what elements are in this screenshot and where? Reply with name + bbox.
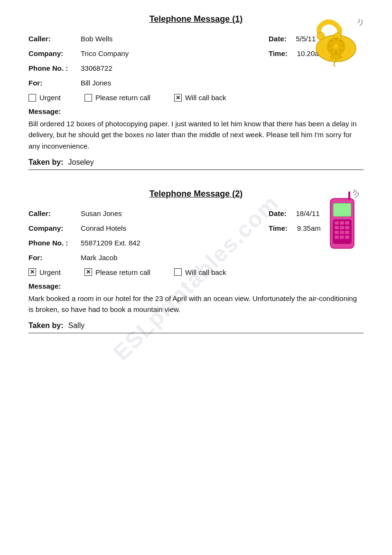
phone-illustration-1 — [307, 14, 364, 66]
form1-will-call-back-checkbox[interactable] — [174, 94, 182, 102]
form2-urgent-checkbox[interactable] — [28, 268, 36, 276]
svg-rect-22 — [345, 226, 349, 229]
form1-company-value: Trico Company — [81, 49, 269, 57]
form1-message-text: Bill ordered 12 boxes of photocopying pa… — [28, 118, 364, 151]
form1-checkboxes: Urgent Please return call Will call back — [28, 94, 364, 102]
form1-for-value: Bill Jones — [81, 79, 364, 87]
svg-rect-28 — [345, 235, 349, 239]
phone-illustration-2 — [321, 189, 364, 251]
form2-date-value: 18/4/11 — [296, 209, 320, 217]
form2-for-label: For: — [28, 254, 81, 262]
svg-rect-18 — [340, 221, 344, 225]
svg-point-11 — [328, 45, 330, 47]
form1-for-row: For: Bill Jones — [28, 79, 364, 87]
form2-company-row: Company: Conrad Hotels Time: 9.35am — [28, 224, 364, 232]
form1-return-call-checkbox[interactable] — [84, 94, 92, 102]
form1-phone-label: Phone No. : — [28, 64, 81, 72]
form2-taken-by-value: Sally — [68, 321, 85, 330]
form1-caller-label: Caller: — [28, 35, 81, 43]
svg-rect-20 — [335, 226, 339, 229]
svg-point-12 — [330, 40, 332, 42]
form2-title: Telephone Message (2) — [28, 189, 364, 199]
form1-date-label: Date: — [269, 35, 287, 43]
svg-point-13 — [330, 55, 342, 59]
form1-urgent-item: Urgent — [28, 94, 61, 102]
form2-will-call-back-checkbox[interactable] — [174, 268, 182, 276]
form2-time-label: Time: — [269, 224, 288, 232]
form1-taken-by-value: Joseley — [68, 158, 94, 167]
form2-date-label: Date: — [269, 209, 287, 217]
svg-rect-23 — [335, 231, 339, 234]
form1-for-label: For: — [28, 79, 81, 87]
form2-message-label: Message: — [28, 282, 364, 290]
form2-phone-label: Phone No. : — [28, 239, 81, 247]
form1-return-call-item: Please return call — [84, 94, 150, 102]
form2-for-row: For: Mark Jacob — [28, 254, 364, 262]
svg-rect-25 — [345, 231, 349, 234]
svg-point-5 — [335, 38, 337, 40]
svg-point-7 — [342, 45, 344, 47]
form2-urgent-item: Urgent — [28, 268, 61, 276]
form2-will-call-back-label: Will call back — [185, 268, 226, 276]
svg-point-4 — [334, 44, 338, 49]
form2-urgent-label: Urgent — [39, 268, 61, 276]
form2-will-call-back-item: Will call back — [174, 268, 226, 276]
form2-return-call-checkbox[interactable] — [84, 268, 92, 276]
message-form-2: Telephone Message (2) Caller: Susan Jone… — [28, 189, 364, 339]
svg-rect-24 — [340, 231, 344, 234]
form1-taken-by-label: Taken by: — [28, 158, 64, 167]
form1-message-label: Message: — [28, 107, 364, 115]
svg-point-9 — [335, 51, 337, 53]
form2-message-text: Mark booked a room in our hotel for the … — [28, 293, 364, 315]
form1-caller-value: Bob Wells — [81, 35, 269, 43]
form1-time-label: Time: — [269, 49, 288, 57]
form2-time-value: 9.35am — [297, 224, 321, 232]
form2-caller-label: Caller: — [28, 209, 81, 217]
svg-rect-21 — [340, 226, 344, 229]
svg-rect-19 — [345, 221, 349, 225]
form1-return-call-label: Please return call — [95, 94, 150, 102]
form2-phone-row: Phone No. : 55871209 Ext. 842 — [28, 239, 364, 247]
svg-point-1 — [317, 32, 325, 40]
svg-rect-27 — [340, 235, 344, 239]
form1-will-call-back-label: Will call back — [185, 94, 226, 102]
form2-company-value: Conrad Hotels — [81, 224, 269, 232]
svg-rect-29 — [348, 191, 350, 200]
form1-urgent-checkbox[interactable] — [28, 94, 36, 102]
svg-rect-15 — [333, 203, 351, 216]
form2-company-label: Company: — [28, 224, 81, 232]
form2-taken-by-label: Taken by: — [28, 321, 64, 330]
form2-return-call-item: Please return call — [84, 268, 150, 276]
svg-point-6 — [340, 40, 342, 42]
form2-return-call-label: Please return call — [95, 268, 150, 276]
form2-caller-row: Caller: Susan Jones Date: 18/4/11 — [28, 209, 364, 217]
form2-caller-value: Susan Jones — [81, 209, 269, 217]
svg-rect-17 — [335, 221, 339, 225]
form1-will-call-back-item: Will call back — [174, 94, 226, 102]
form1-company-label: Company: — [28, 49, 81, 57]
form1-taken-by-row: Taken by: Joseley — [28, 158, 364, 170]
svg-point-8 — [340, 49, 342, 51]
svg-rect-26 — [335, 235, 339, 239]
svg-point-10 — [330, 49, 332, 51]
message-form-1: Telephone Message (1) Caller: Bob Wells … — [28, 14, 364, 175]
form1-urgent-label: Urgent — [39, 94, 61, 102]
form2-checkboxes: Urgent Please return call Will call back — [28, 268, 364, 276]
form2-taken-by-row: Taken by: Sally — [28, 321, 364, 333]
